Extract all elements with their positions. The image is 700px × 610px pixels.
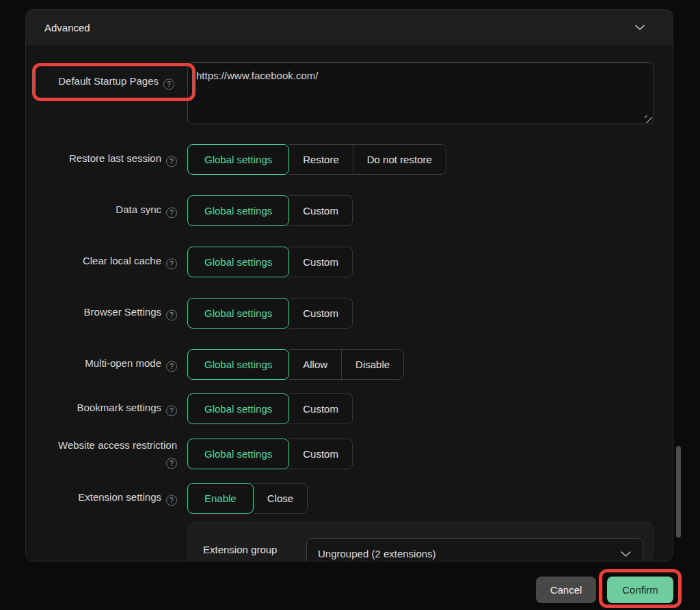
setting-group-restore-last-session: Global settingsRestoreDo not restore <box>187 144 446 175</box>
unselected-options: Custom <box>289 298 353 329</box>
setting-label-text: Multi-open mode <box>85 357 161 369</box>
option-custom[interactable]: Custom <box>289 196 352 225</box>
extension-group-select[interactable]: Ungrouped (2 extensions) <box>306 538 643 562</box>
startup-pages-input[interactable]: https://www.facebook.com/ <box>187 62 654 124</box>
startup-pages-label-text: Default Startup Pages <box>58 75 159 87</box>
unselected-options: Custom <box>289 393 353 424</box>
help-icon[interactable]: ? <box>166 361 177 372</box>
option-global-settings[interactable]: Global settings <box>187 349 289 380</box>
unselected-options: Custom <box>289 247 353 277</box>
setting-group-browser-settings: Global settingsCustom <box>187 298 353 329</box>
help-icon[interactable]: ? <box>166 495 177 506</box>
section-title: Advanced <box>44 22 90 33</box>
setting-label-browser-settings: Browser Settings? <box>54 305 177 320</box>
chevron-down-icon[interactable] <box>620 551 632 557</box>
option-global-settings[interactable]: Global settings <box>187 247 289 277</box>
setting-label-bookmark-settings: Bookmark settings? <box>54 400 177 416</box>
setting-label-text: Data sync <box>116 204 161 215</box>
setting-label-data-sync: Data sync? <box>54 202 177 218</box>
setting-label-text: Website access restriction <box>58 439 177 451</box>
help-icon[interactable]: ? <box>166 156 177 167</box>
option-global-settings[interactable]: Global settings <box>187 439 289 469</box>
setting-label-text: Clear local cache <box>83 255 161 266</box>
unselected-options: Close <box>254 483 308 514</box>
option-custom[interactable]: Custom <box>289 439 352 469</box>
option-do-not-restore[interactable]: Do not restore <box>353 145 446 174</box>
option-custom[interactable]: Custom <box>289 247 352 277</box>
advanced-settings-card: Advanced Default Startup Pages? https://… <box>25 9 673 562</box>
setting-group-clear-local-cache: Global settingsCustom <box>187 247 353 277</box>
setting-label-text: Bookmark settings <box>77 402 161 413</box>
option-global-settings[interactable]: Global settings <box>187 195 289 226</box>
option-custom[interactable]: Custom <box>289 394 352 424</box>
help-icon[interactable]: ? <box>166 259 177 270</box>
option-close[interactable]: Close <box>254 484 307 513</box>
setting-label-clear-local-cache: Clear local cache? <box>54 253 177 269</box>
setting-label-text: Extension settings <box>78 491 161 503</box>
unselected-options: AllowDisable <box>289 349 404 380</box>
scrollbar-thumb[interactable] <box>676 446 681 538</box>
unselected-options: Custom <box>289 195 353 226</box>
extension-group-panel: Extension group Ungrouped (2 extensions) <box>187 521 654 562</box>
help-icon[interactable]: ? <box>163 79 174 90</box>
chevron-down-icon[interactable] <box>634 25 645 31</box>
option-custom[interactable]: Custom <box>289 299 352 328</box>
setting-label-text: Restore last session <box>69 152 161 164</box>
option-restore[interactable]: Restore <box>289 145 353 174</box>
setting-group-multi-open-mode: Global settingsAllowDisable <box>187 349 404 380</box>
setting-label-multi-open-mode: Multi-open mode? <box>54 356 177 372</box>
resize-handle-icon[interactable] <box>645 115 652 123</box>
setting-group-extension-settings: EnableClose <box>187 483 308 514</box>
option-enable[interactable]: Enable <box>187 483 254 514</box>
option-global-settings[interactable]: Global settings <box>187 144 289 175</box>
extension-group-label: Extension group <box>203 544 277 555</box>
extension-group-value: Ungrouped (2 extensions) <box>318 539 436 562</box>
option-global-settings[interactable]: Global settings <box>187 298 289 329</box>
unselected-options: RestoreDo not restore <box>289 144 446 175</box>
setting-label-website-access-restriction: Website access restriction? <box>54 438 177 469</box>
setting-label-text: Browser Settings <box>84 306 161 318</box>
option-disable[interactable]: Disable <box>341 350 403 379</box>
advanced-section-header[interactable]: Advanced <box>26 10 673 45</box>
startup-pages-label: Default Startup Pages? <box>58 75 174 89</box>
help-icon[interactable]: ? <box>166 310 177 321</box>
setting-label-restore-last-session: Restore last session? <box>54 151 177 167</box>
confirm-button[interactable]: Confirm <box>607 577 673 603</box>
option-allow[interactable]: Allow <box>289 350 341 379</box>
help-icon[interactable]: ? <box>166 406 177 417</box>
setting-group-data-sync: Global settingsCustom <box>187 195 353 226</box>
unselected-options: Custom <box>289 439 353 469</box>
option-global-settings[interactable]: Global settings <box>187 393 289 424</box>
help-icon[interactable]: ? <box>166 458 177 469</box>
setting-group-website-access-restriction: Global settingsCustom <box>187 439 353 469</box>
cancel-button[interactable]: Cancel <box>536 577 596 603</box>
help-icon[interactable]: ? <box>166 208 177 219</box>
setting-group-bookmark-settings: Global settingsCustom <box>187 393 353 424</box>
setting-label-extension-settings: Extension settings? <box>54 490 177 505</box>
